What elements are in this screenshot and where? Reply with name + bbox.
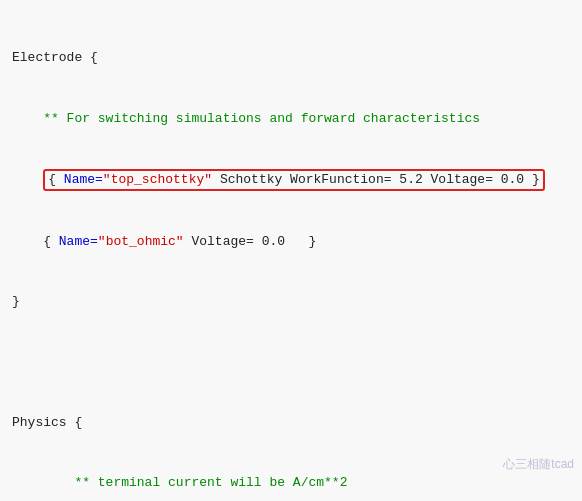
code-editor: Electrode { ** For switching simulations… bbox=[0, 0, 582, 501]
line-4: { Name="bot_ohmic" Voltage= 0.0 } bbox=[12, 232, 570, 252]
comment-text: ** For switching simulations and forward… bbox=[12, 111, 480, 126]
line-7: Physics { bbox=[12, 413, 570, 433]
code-text: Electrode { bbox=[12, 50, 98, 65]
line-3-highlighted: { Name="top_schottky" Schottky WorkFunct… bbox=[12, 169, 570, 191]
highlight-box-1: { Name="top_schottky" Schottky WorkFunct… bbox=[43, 169, 545, 191]
line-8: ** terminal current will be A/cm**2 bbox=[12, 473, 570, 493]
line-2: ** For switching simulations and forward… bbox=[12, 109, 570, 129]
line-1: Electrode { bbox=[12, 48, 570, 68]
line-blank-1 bbox=[12, 352, 570, 372]
line-5: } bbox=[12, 292, 570, 312]
